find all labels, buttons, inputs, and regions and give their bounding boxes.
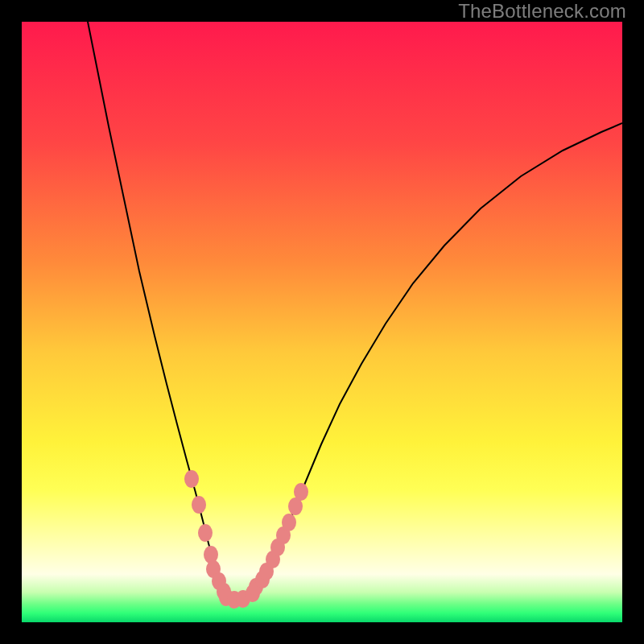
curve-marker (184, 470, 199, 488)
gradient-background (22, 22, 622, 622)
chart-frame (22, 22, 622, 622)
curve-marker (192, 496, 206, 514)
curve-marker (282, 514, 296, 531)
watermark-text: TheBottleneck.com (458, 0, 626, 23)
chart-canvas (22, 22, 622, 622)
curve-marker (198, 524, 213, 542)
curve-marker (294, 483, 308, 501)
